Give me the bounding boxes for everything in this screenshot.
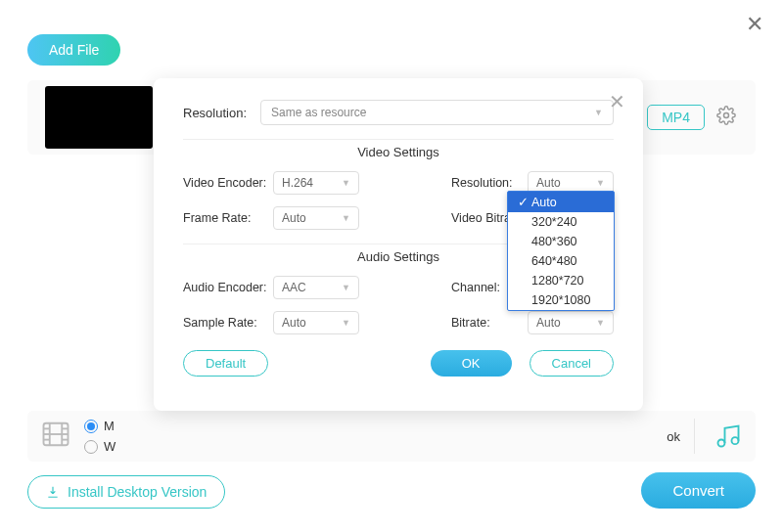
install-label: Install Desktop Version — [68, 484, 207, 500]
chevron-down-icon: ▼ — [342, 178, 350, 188]
convert-button[interactable]: Convert — [641, 472, 756, 509]
option-label: 1920*1080 — [531, 293, 590, 307]
output-format-badge[interactable]: MP4 — [647, 105, 705, 130]
resolution-select[interactable]: Same as resource ▼ — [260, 100, 614, 125]
option-label: 320*240 — [531, 215, 577, 229]
select-value: Auto — [536, 316, 561, 330]
select-value: Auto — [282, 316, 306, 330]
select-value: AAC — [282, 281, 306, 294]
sample-rate-label: Sample Rate: — [183, 316, 273, 330]
select-value: H.264 — [282, 176, 313, 190]
format-radio-option[interactable]: M — [84, 419, 115, 433]
format-suffix: ok — [667, 429, 680, 444]
frame-rate-label: Frame Rate: — [183, 211, 273, 225]
bitrate-label: Bitrate: — [451, 316, 528, 330]
select-value: Auto — [536, 176, 561, 190]
chevron-down-icon: ▼ — [342, 283, 350, 292]
close-icon[interactable]: ✕ — [609, 90, 625, 113]
resolution-option[interactable]: 1920*1080 — [508, 290, 614, 310]
check-icon: ✓ — [518, 195, 528, 209]
resolution-label: Resolution: — [183, 106, 247, 120]
resolution-option[interactable]: ✓Auto — [508, 192, 614, 212]
svg-point-0 — [724, 113, 729, 118]
chevron-down-icon: ▼ — [596, 178, 605, 188]
video-encoder-select[interactable]: H.264 ▼ — [273, 171, 359, 195]
default-button[interactable]: Default — [183, 350, 268, 377]
format-radio-group: M W — [84, 419, 115, 454]
chevron-down-icon: ▼ — [342, 213, 350, 223]
option-label: Auto — [531, 196, 557, 209]
radio-icon — [84, 440, 98, 454]
resolution-dropdown-list: ✓Auto320*240480*360640*4801280*7201920*1… — [507, 191, 615, 311]
video-encoder-label: Video Encoder: — [183, 176, 273, 190]
chevron-down-icon: ▼ — [342, 318, 350, 328]
resolution-option[interactable]: 1280*720 — [508, 271, 614, 290]
svg-point-9 — [718, 440, 725, 447]
option-label: 640*480 — [531, 254, 577, 268]
settings-dialog: ✕ Resolution: Same as resource ▼ Video S… — [154, 78, 643, 411]
option-label: 480*360 — [531, 235, 577, 248]
select-value: Same as resource — [271, 106, 366, 119]
chevron-down-icon: ▼ — [596, 318, 605, 328]
install-desktop-button[interactable]: Install Desktop Version — [27, 475, 225, 509]
music-icon[interactable] — [694, 419, 742, 454]
audio-encoder-select[interactable]: AAC ▼ — [273, 276, 359, 299]
frame-rate-select[interactable]: Auto ▼ — [273, 206, 359, 230]
format-bar: M W ok — [27, 411, 756, 462]
ok-button[interactable]: OK — [431, 350, 512, 377]
add-file-button[interactable]: Add File — [27, 34, 120, 66]
gear-icon[interactable] — [716, 106, 736, 129]
format-label: M — [104, 419, 115, 433]
sample-rate-select[interactable]: Auto ▼ — [273, 311, 359, 334]
close-icon[interactable]: ✕ — [746, 12, 763, 37]
audio-encoder-label: Audio Encoder: — [183, 281, 273, 294]
resolution-option[interactable]: 640*480 — [508, 251, 614, 271]
bitrate-select[interactable]: Auto ▼ — [528, 311, 614, 334]
resolution-option[interactable]: 480*360 — [508, 232, 614, 251]
download-icon — [46, 485, 60, 499]
cancel-button[interactable]: Cancel — [530, 350, 614, 377]
select-value: Auto — [282, 211, 306, 225]
resolution-option[interactable]: 320*240 — [508, 212, 614, 232]
format-label: W — [104, 439, 115, 454]
video-thumbnail — [45, 86, 153, 149]
video-settings-heading: Video Settings — [183, 139, 614, 171]
format-radio-option[interactable]: W — [84, 439, 115, 454]
film-icon — [41, 420, 70, 453]
option-label: 1280*720 — [531, 274, 584, 288]
svg-point-10 — [732, 437, 739, 444]
inner-resolution-label: Resolution: — [451, 176, 528, 190]
radio-icon — [84, 420, 98, 433]
chevron-down-icon: ▼ — [594, 108, 603, 117]
